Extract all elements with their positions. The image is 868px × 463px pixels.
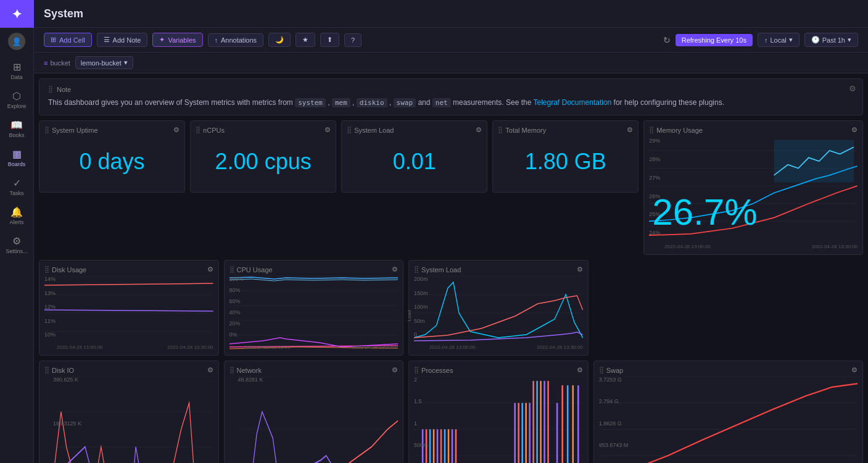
svg-rect-49 — [556, 403, 558, 463]
sidebar-item-settings[interactable]: ⚙ Settins... — [0, 229, 33, 258]
cpu-usage-title: ⣿ CPU Usage ⚙ — [229, 265, 399, 273]
avatar[interactable]: 👤 — [8, 33, 25, 50]
svg-rect-5 — [774, 140, 854, 183]
location-dropdown[interactable]: ↑ Local ▾ — [758, 33, 800, 47]
ncpus-panel: ⣿ nCPUs ⚙ 2.00 cpus — [190, 120, 336, 193]
sidebar-item-tasks[interactable]: ✓ Tasks — [0, 171, 33, 200]
total-memory-title: ⣿ Total Memory ⚙ — [498, 126, 633, 134]
swap-panel: ⣿ Swap ⚙ 3.72 — [593, 361, 863, 463]
mem-y1: 29% — [649, 138, 660, 144]
annotations-button[interactable]: ↑ Annotations — [208, 33, 264, 47]
drag-icon-load: ⣿ — [347, 126, 352, 134]
variables-icon: ✦ — [159, 36, 165, 44]
upload-button[interactable]: ⬆ — [320, 33, 339, 47]
drag-icon-mem: ⣿ — [498, 126, 503, 134]
app-logo[interactable]: ✦ — [0, 0, 34, 28]
help-button[interactable]: ? — [344, 33, 362, 47]
system-load-stat-title: ⣿ System Load ⚙ — [347, 126, 482, 134]
sidebar-item-label-alerts: Alerts — [9, 219, 23, 225]
system-load-chart-title: ⣿ System Load ⚙ — [414, 265, 583, 273]
sidebar-item-label-explore: Explore — [7, 103, 27, 109]
sidebar-item-label-tasks: Tasks — [9, 190, 23, 196]
svg-rect-36 — [448, 430, 450, 463]
sidebar-item-alerts[interactable]: 🔔 Alerts — [0, 200, 33, 229]
add-cell-icon: ⊞ — [51, 36, 56, 44]
gear-icon-processes[interactable]: ⚙ — [577, 366, 583, 374]
sidebar-item-books[interactable]: 📖 Books — [0, 113, 33, 142]
svg-rect-44 — [532, 381, 534, 463]
chevron-down-icon-2: ▾ — [848, 36, 851, 44]
gear-icon-load[interactable]: ⚙ — [476, 126, 482, 134]
svg-rect-41 — [521, 403, 523, 463]
svg-rect-39 — [515, 403, 516, 463]
add-note-button[interactable]: ☰ Add Note — [97, 33, 148, 47]
sidebar-item-boards[interactable]: ▦ Boards — [0, 142, 33, 171]
swap-title: ⣿ Swap ⚙ — [599, 366, 858, 374]
diskio-bytes-label: Bytes — [44, 377, 53, 463]
disk-usage-title: ⣿ Disk Usage ⚙ — [44, 265, 213, 273]
gear-icon-cpu[interactable]: ⚙ — [392, 265, 398, 273]
data-icon: ⊞ — [13, 61, 21, 73]
disk-io-panel: ⣿ Disk IO ⚙ Bytes — [39, 361, 219, 463]
gear-icon-sysload[interactable]: ⚙ — [577, 265, 583, 273]
bucket-dropdown[interactable]: lemon-bucket ▾ — [75, 56, 133, 69]
uptime-value: 0 days — [44, 136, 180, 187]
svg-rect-42 — [525, 403, 527, 463]
mem-x1: 2022-04-28 13:00:00 — [664, 244, 710, 249]
drag-icon-sysload: ⣿ — [414, 265, 419, 273]
variables-button[interactable]: ✦ Variables — [152, 33, 202, 47]
svg-rect-32 — [433, 430, 435, 463]
sidebar: ✦ 👤 ⊞ Data ⬡ Explore 📖 Books ▦ Boards ✓ … — [0, 0, 34, 463]
note-icon: ☰ — [104, 36, 110, 44]
drag-icon-network: ⣿ — [229, 366, 234, 374]
note-settings-icon[interactable]: ⚙ — [849, 84, 856, 93]
network-panel: ⣿ Network ⚙ Bytes — [224, 361, 404, 463]
drag-icon-cpu: ⣿ — [229, 265, 234, 273]
code-mem: mem — [332, 98, 350, 107]
clock-icon: 🕐 — [811, 36, 820, 44]
sidebar-item-label-boards: Boards — [8, 161, 26, 167]
network-title: ⣿ Network ⚙ — [229, 366, 399, 374]
drag-icon-swap: ⣿ — [599, 366, 604, 374]
mem-y2: 28% — [649, 156, 660, 162]
gear-icon-mem[interactable]: ⚙ — [627, 126, 633, 134]
gear-icon-swap[interactable]: ⚙ — [851, 366, 858, 374]
gear-icon-diskusage[interactable]: ⚙ — [207, 265, 213, 273]
svg-rect-52 — [572, 385, 574, 463]
help-icon: ? — [351, 36, 355, 44]
load-value: 0.01 — [347, 136, 482, 187]
svg-rect-46 — [540, 381, 542, 463]
gear-icon-uptime[interactable]: ⚙ — [173, 126, 180, 134]
books-icon: 📖 — [10, 119, 23, 131]
svg-rect-47 — [544, 381, 545, 463]
ncpus-title: ⣿ nCPUs ⚙ — [196, 126, 331, 134]
sidebar-item-label-settings: Settins... — [6, 248, 27, 254]
boards-icon: ▦ — [12, 148, 22, 160]
drag-icon-ncpus: ⣿ — [196, 126, 200, 134]
annotations-icon: ↑ — [215, 36, 218, 44]
refresh-button[interactable]: Refreshing Every 10s — [676, 34, 753, 46]
gear-icon-ncpus[interactable]: ⚙ — [324, 126, 331, 134]
alerts-icon: 🔔 — [10, 206, 23, 218]
mem-x2: 2022-04-28 13:30:00 — [812, 244, 858, 249]
svg-rect-35 — [444, 430, 446, 463]
svg-rect-48 — [547, 381, 549, 463]
disk-usage-panel: ⣿ Disk Usage ⚙ 14% 13% — [39, 260, 219, 356]
mem-y3: 27% — [649, 175, 660, 181]
chevron-down-icon: ▾ — [789, 36, 793, 44]
total-mem-value: 1.80 GB — [498, 136, 633, 187]
sidebar-item-data[interactable]: ⊞ Data — [0, 55, 33, 84]
refresh-icon: ↻ — [663, 35, 671, 45]
network-bytes-label: Bytes — [229, 377, 238, 463]
gear-icon-diskio[interactable]: ⚙ — [207, 366, 213, 374]
sidebar-item-explore[interactable]: ⬡ Explore — [0, 84, 33, 113]
time-range-dropdown[interactable]: 🕐 Past 1h ▾ — [804, 33, 858, 47]
add-cell-button[interactable]: ⊞ Add Cell — [44, 33, 92, 47]
gear-icon-network[interactable]: ⚙ — [392, 366, 398, 374]
total-memory-panel: ⣿ Total Memory ⚙ 1.80 GB — [492, 120, 639, 193]
moon-button[interactable]: 🌙 — [268, 33, 291, 47]
gear-icon-memusage[interactable]: ⚙ — [851, 126, 858, 134]
star-button[interactable]: ★ — [296, 33, 315, 47]
bucket-chevron-icon: ▾ — [124, 59, 128, 67]
telegraf-doc-link[interactable]: Telegraf Documentation — [534, 98, 612, 107]
